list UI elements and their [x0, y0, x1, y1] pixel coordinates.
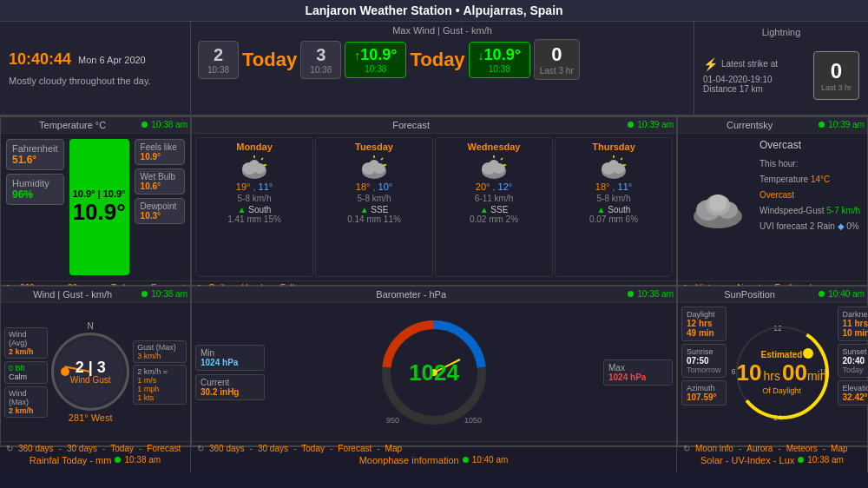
- forecast-monday: Monday 19° , 11° 5-8 km/h ▲ South: [195, 137, 313, 277]
- baro-min-val: 1024 hPa: [201, 358, 238, 367]
- baro-footer-forecast[interactable]: Forecast: [338, 444, 372, 453]
- svg-line-19: [501, 158, 503, 160]
- wet-bulb-label: Wet Bulb: [141, 172, 179, 181]
- wind-max-val: 2 km/h: [9, 406, 43, 415]
- forecast-panel-title: Forecast 10:39 am: [192, 117, 676, 134]
- today-label-1: Today: [242, 49, 297, 71]
- dewpoint-value: 10.3°: [141, 211, 179, 221]
- lightning-row: ⚡ Latest strike at 01-04-2020-19:10 Dist…: [703, 41, 859, 109]
- station-name: Lanjaron Weather Station: [305, 3, 451, 17]
- forecast-thursday: Thursday 18° , 11° 5-8 km/h ▲ South: [555, 137, 673, 277]
- sun-footer-aurora[interactable]: Aurora: [746, 444, 773, 453]
- sun-footer-moon[interactable]: Moon info: [695, 444, 733, 453]
- currentsky-panel: Currentsky 10:39 am Overcast This hour:: [677, 116, 868, 286]
- sun-footer-meteors[interactable]: Meteors: [786, 444, 818, 453]
- temperature-panel-title: Temperature °C 10:38 am: [1, 117, 190, 134]
- top-wind-section: Max Wind | Gust - km/h 2 10:38 Today 3 1…: [191, 22, 694, 115]
- forecast-title-text: Forecast: [392, 120, 430, 130]
- baro-footer-map[interactable]: Map: [385, 444, 402, 453]
- baro-footer-30[interactable]: 30 days: [258, 444, 288, 453]
- thursday-weather-icon: [596, 154, 631, 180]
- wind-degree-display: 281° West: [69, 412, 113, 423]
- svg-line-5: [261, 158, 263, 160]
- barometer-panel: Barometer - hPa 10:38 am Min 1024 hPa Cu…: [191, 286, 677, 446]
- wind-panel-footer: ↻ 360 days - 30 days - Today - Forecast: [1, 441, 190, 455]
- sky-wind-val: 5-7 km/h: [826, 206, 860, 215]
- feels-like-value: 10.9°: [141, 152, 179, 162]
- sun-footer-map[interactable]: Map: [831, 444, 847, 453]
- weather-description: Mostly cloudy throughout the day.: [9, 76, 181, 86]
- svg-point-10: [369, 160, 379, 170]
- rainfall-title: Rainfal Today - mm: [30, 455, 112, 465]
- baro-footer-today[interactable]: Today: [301, 444, 325, 453]
- darkness-label: Darkness: [843, 310, 868, 319]
- baro-max-val: 1024 hPa: [608, 373, 646, 382]
- sun-panel-title: SunPosition 10:40 am: [678, 287, 867, 303]
- gust-green-value: ↓10.9°: [478, 46, 521, 64]
- wind-footer-today[interactable]: Today: [110, 444, 134, 453]
- gust-green-sub: 10:38: [478, 64, 521, 74]
- elevation-stat: Elevation 32.42°: [838, 380, 868, 406]
- sunrise-sub: Tomorrow: [687, 366, 721, 374]
- humidity-value: 96%: [12, 188, 58, 201]
- gust-max-value: 3: [310, 45, 332, 65]
- wind-max-box: 2 10:38: [198, 41, 239, 79]
- svg-point-3: [249, 160, 260, 170]
- sky-temp-val: 14°C: [811, 175, 830, 184]
- wind-ms-val: 1 m/s: [137, 376, 182, 385]
- tuesday-temp: 18° , 10°: [319, 181, 429, 192]
- rainfall-time: 10:38 am: [115, 455, 161, 465]
- sky-details: This hour: Temperature 14°C Overcast Win…: [760, 156, 862, 234]
- baro-stats-left: Min 1024 hPa Current 30.2 inHg: [195, 307, 265, 438]
- temp-main-display: 10.9° | 10.9° 10.9°: [69, 139, 129, 275]
- wind-inner: Wind (Avg) 2 km/h 0 Bft Calm Wind (Max) …: [1, 303, 190, 441]
- sun-estimated-label: Estimated: [737, 350, 827, 359]
- sun-hours-display: 10 hrs 00 min: [737, 359, 827, 386]
- compass-north-label: N: [88, 321, 94, 331]
- temp-title-text: Temperature °C: [39, 120, 106, 130]
- lightning-title: Lightning: [703, 27, 859, 37]
- currentsky-title-text: Currentsky: [727, 120, 773, 130]
- sun-hrs: 10: [737, 359, 762, 386]
- sky-inner: Overcast This hour: Temperature 14°C Ove…: [678, 134, 867, 280]
- dewpoint-badge: Dewpoint 10.3°: [135, 198, 185, 224]
- daylight-val: 12 hrs 49 min: [687, 319, 714, 338]
- sunrise-stat: Sunrise 07:50 Tomorrow: [681, 344, 727, 378]
- baro-gauge-display: 1024 950 1050: [270, 307, 598, 438]
- wind-title-text: Wind | Gust - km/h: [33, 289, 112, 300]
- wednesday-weather-icon: [477, 154, 511, 180]
- wind-footer-360[interactable]: 360 days: [18, 444, 54, 453]
- wednesday-dir: ▲ SSE: [439, 205, 549, 214]
- wind-stats-left: Wind (Avg) 2 km/h 0 Bft Calm Wind (Max) …: [4, 307, 48, 438]
- azimuth-stat: Azimuth 107.59°: [681, 380, 727, 406]
- wind-footer-forecast[interactable]: Forecast: [147, 444, 181, 453]
- baro-footer-360[interactable]: 360 days: [209, 444, 245, 453]
- lightning-last3-label: Last 3 hr: [821, 83, 852, 92]
- gauge-scale: 950 1050: [378, 416, 490, 425]
- sky-rain-icon: ◆: [838, 221, 845, 231]
- wind-gust-reading: 2 | 3: [70, 359, 111, 375]
- sun-stats-left: Daylight 12 hrs 49 min Sunrise 07:50 Tom…: [681, 307, 727, 438]
- tuesday-weather-icon: [357, 154, 391, 180]
- temp-current-big: 10.9°: [73, 199, 126, 226]
- baro-panel-title: Barometer - hPa 10:38 am: [192, 287, 676, 303]
- wind-green-sub: 10:38: [354, 64, 397, 74]
- baro-current-label: Current: [201, 378, 260, 387]
- temperature-panel: Temperature °C 10:38 am Fahrenheit 51.6°…: [0, 116, 191, 286]
- moon-title: Moonphase information: [359, 455, 459, 465]
- gust-max-sub: 10:38: [310, 65, 332, 75]
- wednesday-rain: 0.02 mm 2%: [439, 214, 549, 224]
- wind-footer-30[interactable]: 30 days: [67, 444, 97, 453]
- sun-stats-right: Darkness 11 hrs 10 min Sunset 20:40 Toda…: [838, 307, 868, 438]
- sunrise-val: 07:50: [687, 356, 709, 366]
- lightning-section: Lightning ⚡ Latest strike at 01-04-2020-…: [694, 22, 868, 115]
- wind-bft-stat: 0 Bft Calm: [4, 361, 48, 384]
- thursday-rain: 0.07 mm 6%: [559, 214, 668, 224]
- last-3hr-box: 0 Last 3 hr: [534, 39, 580, 80]
- sun-of-daylight-label: Of Daylight: [737, 386, 827, 395]
- wind-panel: Wind | Gust - km/h 10:38 am Wind (Avg) 2…: [0, 286, 191, 446]
- sky-condition: Overcast: [760, 139, 862, 151]
- wind-mph-val: 1 mph: [137, 385, 182, 393]
- feels-like-badge: Feels like 10.9°: [135, 139, 185, 165]
- sun-daylight-display: Estimated 10 hrs 00 min Of Daylight: [737, 350, 827, 395]
